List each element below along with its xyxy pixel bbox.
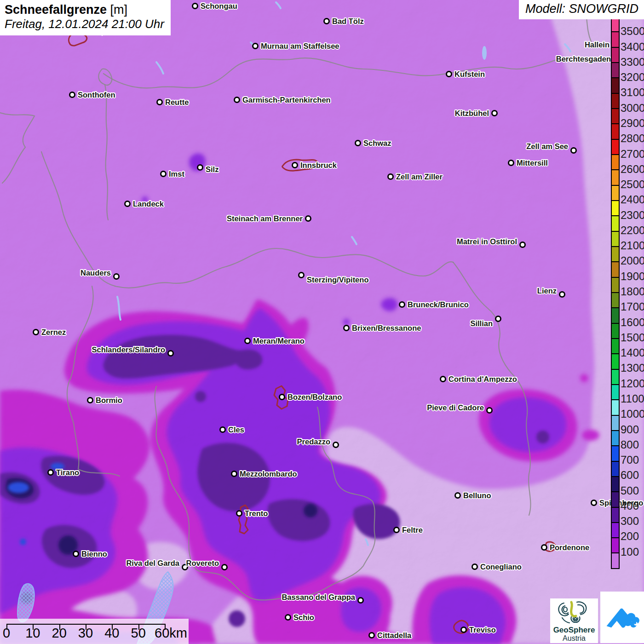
legend-tile <box>612 538 619 553</box>
legend-label: 1600 <box>621 316 644 329</box>
legend-label: 1200 <box>621 377 644 390</box>
legend-tile <box>612 78 619 93</box>
legend-label: 1000 <box>621 408 644 420</box>
geosphere-logo-sub: Austria <box>550 634 598 643</box>
legend-tile <box>612 155 619 170</box>
legend-label: 1400 <box>621 346 644 359</box>
legend-label: 1500 <box>621 331 644 344</box>
legend-label: 2200 <box>621 224 644 237</box>
legend-label: 1700 <box>621 300 644 313</box>
legend-label: 300 <box>621 515 639 528</box>
legend-tile <box>612 124 619 139</box>
legend-label: 3300 <box>621 56 644 69</box>
legend-tile <box>612 140 619 155</box>
scale-bar: 0102030405060km <box>0 619 189 644</box>
legend-tile <box>612 354 619 369</box>
legend-tile <box>612 477 619 492</box>
legend-label: 800 <box>621 438 639 451</box>
title-text: Schneefallgrenze <box>5 3 107 17</box>
legend-tile <box>612 94 619 109</box>
legend-label: 1100 <box>621 392 644 405</box>
title-datetime: Freitag, 12.01.2024 21:00 Uhr <box>5 17 164 31</box>
legend-tile <box>612 278 619 293</box>
legend-label: 2500 <box>621 178 644 191</box>
legend-tile <box>612 462 619 477</box>
legend-tile <box>612 523 619 538</box>
legend-label: 600 <box>621 469 639 482</box>
legend-label: 1900 <box>621 270 644 283</box>
legend-tile <box>612 48 619 63</box>
legend-label: 2900 <box>621 117 644 130</box>
scale-number: 40 <box>104 626 119 641</box>
geosphere-logo-name: GeoSphere <box>550 626 598 634</box>
legend-label: 2000 <box>621 254 644 267</box>
legend-label: 2600 <box>621 163 644 176</box>
scale-number: 60km <box>155 626 187 641</box>
legend-tile <box>612 339 619 354</box>
legend-tile <box>612 232 619 247</box>
page-title: Schneefallgrenze [m] <box>5 2 164 17</box>
legend-label: 2700 <box>621 148 644 161</box>
legend-tile <box>612 247 619 262</box>
legend-label: 2300 <box>621 209 644 222</box>
lake-zell <box>482 46 487 60</box>
legend-tile <box>612 400 619 415</box>
legend-label: 3400 <box>621 40 644 53</box>
legend-label: 500 <box>621 484 639 497</box>
partner-logo <box>600 592 644 643</box>
legend-tile <box>612 446 619 461</box>
legend-tile <box>612 262 619 277</box>
title-unit: [m] <box>110 3 128 17</box>
legend-label: 3000 <box>621 102 644 115</box>
legend-label: 100 <box>621 546 639 558</box>
legend-tile <box>612 32 619 47</box>
legend-tile <box>612 416 619 431</box>
geosphere-logo-icon <box>550 598 598 624</box>
legend-label: 1800 <box>621 285 644 298</box>
legend-label: 1300 <box>621 362 644 374</box>
legend-tile <box>612 186 619 201</box>
legend-tile <box>612 385 619 400</box>
scale-number: 50 <box>131 626 146 641</box>
legend-tile <box>612 170 619 185</box>
model-box: Modell: SNOWGRID <box>519 0 644 19</box>
legend-label: 400 <box>621 500 639 512</box>
legend-label: 900 <box>621 423 639 436</box>
legend-tile <box>612 431 619 446</box>
legend-tile <box>612 216 619 231</box>
legend-tile <box>612 63 619 78</box>
scale-number: 30 <box>78 626 93 641</box>
legend-label: 2400 <box>621 193 644 206</box>
hillshade-texture <box>0 0 644 644</box>
legend-tile <box>612 508 619 523</box>
mountain-cloud-icon <box>603 598 642 637</box>
legend-tile <box>612 553 619 568</box>
snowfall-limit-map-page: SchongauBad TölzKemptenMurnau am Staffel… <box>0 0 644 644</box>
legend-tile <box>612 201 619 216</box>
legend-color-bar <box>611 16 620 569</box>
legend-tile <box>612 308 619 323</box>
legend-label: 200 <box>621 530 639 543</box>
map-canvas <box>0 0 644 644</box>
scale-number: 20 <box>52 626 67 641</box>
legend-tile <box>612 370 619 385</box>
legend-label: 3200 <box>621 71 644 84</box>
legend-label: 2800 <box>621 132 644 145</box>
legend-label: 2100 <box>621 239 644 252</box>
scale-number: 10 <box>25 626 40 641</box>
title-box: Schneefallgrenze [m] Freitag, 12.01.2024… <box>0 0 171 35</box>
geosphere-logo: GeoSphere Austria <box>550 598 598 643</box>
legend-tile <box>612 324 619 339</box>
legend-tile <box>612 293 619 308</box>
legend-label: 3500 <box>621 25 644 38</box>
legend-tile <box>612 492 619 507</box>
legend-label: 700 <box>621 454 639 466</box>
legend-tile <box>612 109 619 124</box>
scale-number: 0 <box>3 626 10 641</box>
legend-label: 3100 <box>621 86 644 99</box>
